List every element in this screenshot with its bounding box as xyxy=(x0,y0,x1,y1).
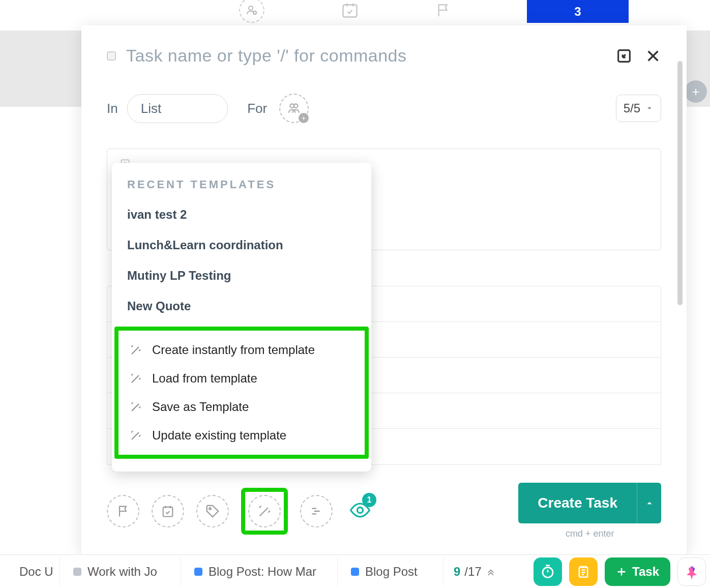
taskbar-item-label: Blog Post: How Mar xyxy=(209,565,316,579)
taskbar-item-label: Work with Jo xyxy=(87,565,157,579)
create-task-modal: In List For + 5/5 xyxy=(81,25,687,554)
assignee-picker-icon[interactable]: + xyxy=(279,94,309,123)
status-square-icon[interactable] xyxy=(107,51,116,61)
field-counter[interactable]: 5/5 xyxy=(616,95,661,122)
notepad-button-icon[interactable] xyxy=(569,557,598,586)
wand-icon xyxy=(130,344,142,356)
assignee-add-plus-icon: + xyxy=(299,113,309,123)
status-dot-icon xyxy=(351,568,359,576)
plus-icon xyxy=(616,566,627,577)
action-label: Save as Template xyxy=(152,400,249,414)
subtasks-icon[interactable] xyxy=(300,495,333,527)
modal-bottom-toolbar: 1 Create Task cmd + enter xyxy=(107,483,661,539)
svg-point-5 xyxy=(294,104,298,108)
timer-button-icon[interactable] xyxy=(534,557,562,586)
svg-rect-9 xyxy=(163,507,173,516)
field-counter-value: 5/5 xyxy=(624,101,640,115)
open-external-icon[interactable] xyxy=(615,47,633,65)
action-label: Load from template xyxy=(152,371,257,386)
taskbar-counter[interactable]: 9 /17 xyxy=(448,565,502,579)
create-task-button[interactable]: Create Task xyxy=(518,483,637,523)
dropdown-header: RECENT TEMPLATES xyxy=(112,178,371,199)
svg-rect-2 xyxy=(343,5,357,17)
svg-point-0 xyxy=(249,6,253,10)
for-label: For xyxy=(247,101,267,116)
taskbar-item[interactable]: Blog Post xyxy=(342,557,443,586)
taskbar-item[interactable]: Work with Jo xyxy=(64,557,181,586)
new-task-button[interactable]: Task xyxy=(605,557,670,586)
taskbar-count-total: /17 xyxy=(464,565,481,579)
template-wand-highlight xyxy=(241,488,288,535)
bottom-taskbar: Doc U Work with Jo Blog Post: How Mar Bl… xyxy=(0,554,710,588)
watchers-eye-icon[interactable]: 1 xyxy=(349,499,371,523)
save-as-template-action[interactable]: Save as Template xyxy=(119,393,365,421)
taskbar-item-label: Blog Post xyxy=(365,565,418,579)
add-widget-icon[interactable]: + xyxy=(685,80,707,103)
create-task-caret-icon[interactable] xyxy=(637,483,661,523)
status-dot-icon xyxy=(73,568,81,576)
taskbar-item[interactable]: Blog Post: How Mar xyxy=(185,557,338,586)
tags-tag-icon[interactable] xyxy=(196,495,229,527)
add-assignee-top-icon[interactable] xyxy=(239,0,264,23)
update-template-action[interactable]: Update existing template xyxy=(119,421,365,450)
template-recent-item[interactable]: Lunch&Learn coordination xyxy=(112,230,371,260)
template-recent-item[interactable]: ivan test 2 xyxy=(112,199,371,230)
template-wand-icon[interactable] xyxy=(248,495,281,527)
date-calendar-icon[interactable] xyxy=(152,495,184,527)
chevron-double-up-icon xyxy=(486,567,496,577)
taskbar-count-current: 9 xyxy=(454,565,460,579)
action-label: Create instantly from template xyxy=(152,343,315,357)
load-from-template-action[interactable]: Load from template xyxy=(119,364,365,393)
apps-button-icon[interactable] xyxy=(677,557,706,586)
top-count-badge[interactable]: 3 xyxy=(527,0,629,23)
template-actions-highlight: Create instantly from template Load from… xyxy=(114,327,369,459)
new-task-label: Task xyxy=(632,565,659,579)
calendar-check-icon[interactable] xyxy=(341,1,359,19)
wand-icon xyxy=(130,429,142,442)
taskbar-item-label: Doc U xyxy=(19,565,53,579)
template-recent-item[interactable]: Mutiny LP Testing xyxy=(112,260,371,291)
list-selector[interactable]: List xyxy=(127,94,228,123)
in-label: In xyxy=(107,101,118,116)
top-toolbar xyxy=(239,0,452,20)
create-from-template-action[interactable]: Create instantly from template xyxy=(119,336,365,364)
caret-down-icon xyxy=(645,104,654,112)
wand-icon xyxy=(130,372,142,385)
template-recent-item[interactable]: New Quote xyxy=(112,291,371,321)
template-dropdown: RECENT TEMPLATES ivan test 2 Lunch&Learn… xyxy=(112,163,371,472)
svg-point-11 xyxy=(358,507,363,513)
wand-icon xyxy=(130,401,142,413)
action-label: Update existing template xyxy=(152,428,286,443)
status-dot-icon xyxy=(194,568,202,576)
create-hint: cmd + enter xyxy=(518,528,661,539)
close-icon[interactable] xyxy=(645,48,661,64)
watchers-count-badge: 1 xyxy=(362,493,376,507)
taskbar-item[interactable]: Doc U xyxy=(4,557,60,586)
flag-icon[interactable] xyxy=(435,2,452,18)
task-name-input[interactable] xyxy=(126,46,605,66)
svg-point-10 xyxy=(209,508,211,510)
priority-flag-icon[interactable] xyxy=(107,495,139,527)
